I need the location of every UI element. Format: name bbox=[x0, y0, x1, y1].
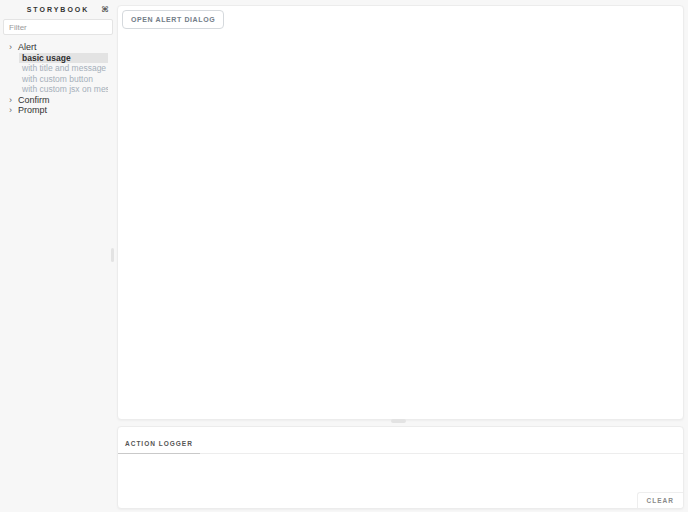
tree-story-with-custom-button[interactable]: with custom button bbox=[19, 74, 108, 85]
sidebar-resize-handle[interactable] bbox=[111, 248, 114, 262]
tab-action-logger[interactable]: ACTION LOGGER bbox=[118, 440, 200, 454]
chevron-right-icon: › bbox=[9, 95, 18, 105]
story-tree: › Alert basic usage with title and messa… bbox=[2, 42, 114, 116]
chevron-right-icon: › bbox=[9, 42, 18, 52]
preview-panel: OPEN ALERT DIALOG bbox=[117, 5, 684, 420]
logger-tabbar: ACTION LOGGER bbox=[118, 427, 683, 454]
kind-label: Confirm bbox=[18, 95, 50, 105]
panel-resize-handle[interactable] bbox=[391, 419, 406, 423]
action-logger-panel: ACTION LOGGER CLEAR bbox=[117, 426, 684, 509]
tree-kind-prompt[interactable]: › Prompt bbox=[2, 105, 114, 116]
chevron-right-icon: › bbox=[9, 105, 18, 115]
app-title: STORYBOOK bbox=[2, 5, 114, 15]
shortcuts-icon[interactable]: ⌘ bbox=[101, 5, 109, 15]
tree-story-with-title-and-message[interactable]: with title and message bbox=[19, 63, 108, 74]
clear-button[interactable]: CLEAR bbox=[637, 492, 683, 508]
log-content bbox=[118, 454, 683, 498]
sidebar: STORYBOOK ⌘ › Alert basic usage with tit… bbox=[0, 0, 116, 512]
tree-kind-confirm[interactable]: › Confirm bbox=[2, 95, 114, 106]
kind-label: Alert bbox=[18, 42, 37, 52]
sidebar-header: STORYBOOK ⌘ bbox=[2, 5, 114, 15]
tree-story-with-custom-jsx-on-message[interactable]: with custom jsx on message bbox=[19, 84, 108, 95]
kind-label: Prompt bbox=[18, 105, 47, 115]
tree-kind-alert[interactable]: › Alert bbox=[2, 42, 114, 53]
storybook-app: STORYBOOK ⌘ › Alert basic usage with tit… bbox=[0, 0, 688, 512]
tree-story-basic-usage[interactable]: basic usage bbox=[19, 53, 108, 64]
open-alert-dialog-button[interactable]: OPEN ALERT DIALOG bbox=[122, 10, 224, 29]
filter-input[interactable] bbox=[3, 19, 113, 35]
